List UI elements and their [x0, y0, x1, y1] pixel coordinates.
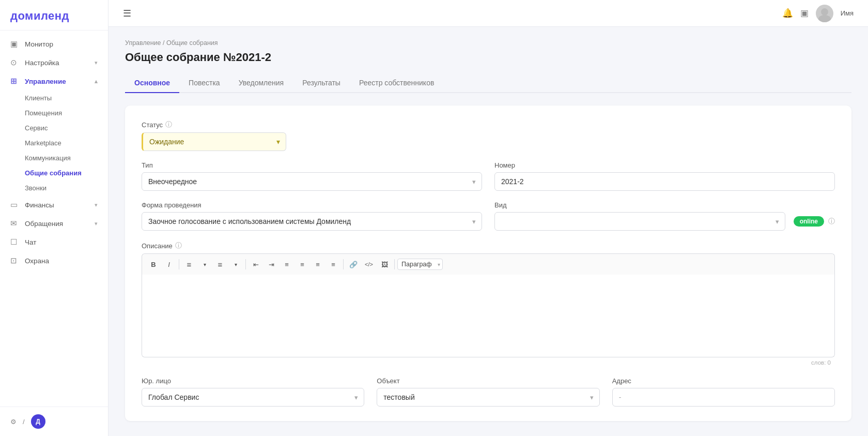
svg-point-0: [821, 8, 828, 16]
sidebar: домиленд ▣ Монитор ⊙ Настройка ▾ ⊞ Управ…: [0, 0, 109, 436]
sidebar-item-monitor[interactable]: ▣ Монитор: [0, 35, 108, 53]
sidebar-item-rooms[interactable]: Помещения: [0, 106, 108, 121]
chevron-down-icon: ▾: [95, 202, 98, 208]
sidebar-item-label: Обращения: [25, 220, 63, 228]
topbar-username: Имя: [841, 9, 854, 17]
unordered-list-dropdown[interactable]: ▾: [228, 257, 243, 272]
sidebar-item-settings[interactable]: ⊙ Настройка ▾: [0, 53, 108, 72]
description-info-icon[interactable]: ⓘ: [175, 241, 182, 250]
breadcrumb-current: Общие собрания: [166, 39, 218, 47]
align-center-button[interactable]: ≡: [295, 257, 309, 272]
format-field: Форма проведения Заочное голосование с и…: [142, 201, 482, 231]
align-right-button[interactable]: ≡: [311, 257, 325, 272]
form-card: Статус ⓘ Ожидание Активно Завершено Тип: [125, 106, 851, 421]
topbar-right: 🔔 ▣ Имя: [782, 5, 854, 22]
object-select-wrapper: тестовый: [377, 388, 599, 407]
object-select[interactable]: тестовый: [377, 388, 599, 407]
kind-field-row: Вид 1 Вид 2 online ⓘ: [494, 212, 835, 231]
type-select-wrapper: Внеочередное Очередное Другое: [142, 172, 482, 191]
toolbar-separator-4: [394, 259, 395, 269]
address-value: -: [612, 388, 835, 407]
bold-button[interactable]: B: [146, 257, 161, 272]
status-info-icon[interactable]: ⓘ: [165, 120, 172, 129]
settings-icon: ⊙: [10, 58, 20, 67]
sidebar-item-appeals[interactable]: ✉ Обращения ▾: [0, 214, 108, 233]
app-logo: домиленд: [0, 0, 108, 31]
topbar-avatar[interactable]: [816, 5, 833, 22]
kind-info-icon[interactable]: ⓘ: [828, 217, 835, 226]
sidebar-item-chat[interactable]: ☐ Чат: [0, 233, 108, 251]
indent-left-button[interactable]: ⇤: [249, 257, 263, 272]
svg-point-1: [818, 15, 831, 22]
message-icon[interactable]: ▣: [800, 8, 809, 19]
kind-select[interactable]: Вид 1 Вид 2: [494, 212, 785, 231]
breadcrumb-parent[interactable]: Управление: [125, 39, 161, 47]
sidebar-item-management[interactable]: ⊞ Управление ▴: [0, 72, 108, 91]
legal-entity-select-wrapper: Глобал Сервис: [142, 388, 364, 407]
description-field: Описание ⓘ B I ≡ ▾ ≡ ▾ ⇤ ⇥ ≡ ≡ ≡: [142, 241, 835, 367]
legal-entity-select[interactable]: Глобал Сервис: [142, 388, 364, 407]
unordered-list-button[interactable]: ≡: [213, 257, 227, 272]
chevron-up-icon: ▴: [95, 78, 98, 85]
tab-results[interactable]: Результаты: [293, 73, 350, 93]
editor-body[interactable]: [142, 275, 835, 357]
tab-notifications[interactable]: Уведомления: [229, 73, 293, 93]
editor-toolbar: B I ≡ ▾ ≡ ▾ ⇤ ⇥ ≡ ≡ ≡ ≡ 🔗 </>: [142, 253, 835, 275]
tab-agenda[interactable]: Повестка: [179, 73, 229, 93]
format-select[interactable]: Заочное голосование с использованием сис…: [142, 212, 482, 231]
tab-registry[interactable]: Реестр собственников: [350, 73, 443, 93]
sidebar-item-label: Управление: [25, 78, 66, 85]
sidebar-item-security[interactable]: ⊡ Охрана: [0, 251, 108, 270]
link-button[interactable]: 🔗: [346, 257, 361, 272]
tabs: Основное Повестка Уведомления Результаты…: [125, 73, 851, 93]
justify-button[interactable]: ≡: [326, 257, 340, 272]
sidebar-item-marketplace[interactable]: Marketplace: [0, 136, 108, 151]
sidebar-nav: ▣ Монитор ⊙ Настройка ▾ ⊞ Управление ▴ К…: [0, 31, 108, 407]
format-select-wrapper: Заочное голосование с использованием сис…: [142, 212, 482, 231]
sidebar-item-communication[interactable]: Коммуникация: [0, 151, 108, 166]
notification-icon[interactable]: 🔔: [782, 8, 793, 19]
sidebar-item-clients[interactable]: Клиенты: [0, 91, 108, 106]
legal-entity-label: Юр. лицо: [142, 377, 364, 385]
management-icon: ⊞: [10, 77, 20, 86]
toolbar-separator-2: [245, 259, 246, 269]
breadcrumb-separator: /: [163, 39, 166, 47]
tab-main[interactable]: Основное: [125, 73, 179, 93]
sidebar-item-label: Финансы: [25, 201, 54, 209]
sidebar-item-label: Монитор: [25, 40, 53, 48]
status-select[interactable]: Ожидание Активно Завершено: [142, 132, 286, 151]
object-field: Объект тестовый: [377, 377, 599, 407]
chevron-down-icon: ▾: [95, 59, 98, 66]
sidebar-item-finance[interactable]: ▭ Финансы ▾: [0, 196, 108, 214]
content-area: Управление / Общие собрания Общее собран…: [109, 27, 868, 436]
security-icon: ⊡: [10, 256, 20, 265]
paragraph-select-wrapper: Параграф: [397, 259, 443, 270]
italic-button[interactable]: I: [162, 257, 176, 272]
indent-right-button[interactable]: ⇥: [264, 257, 278, 272]
sidebar-item-service[interactable]: Сервис: [0, 121, 108, 136]
code-button[interactable]: </>: [362, 257, 376, 272]
online-badge: online: [794, 216, 824, 227]
gear-icon[interactable]: ⚙: [10, 418, 17, 426]
ordered-list-button[interactable]: ≡: [182, 257, 196, 272]
kind-label: Вид: [494, 201, 835, 209]
address-label: Адрес: [612, 377, 835, 385]
align-left-button[interactable]: ≡: [280, 257, 294, 272]
slash-icon: /: [23, 418, 25, 426]
page-title: Общее собрание №2021-2: [125, 51, 851, 64]
sidebar-item-calls[interactable]: Звонки: [0, 181, 108, 196]
paragraph-select[interactable]: Параграф: [397, 259, 443, 270]
image-button[interactable]: 🖼: [377, 257, 392, 272]
sidebar-item-general-meetings[interactable]: Общие собрания: [0, 166, 108, 181]
chat-icon: ☐: [10, 237, 20, 247]
menu-icon[interactable]: ☰: [123, 8, 131, 19]
type-field: Тип Внеочередное Очередное Другое: [142, 161, 482, 191]
number-field: Номер: [494, 161, 835, 191]
breadcrumb: Управление / Общие собрания: [125, 39, 851, 47]
type-select[interactable]: Внеочередное Очередное Другое: [142, 172, 482, 191]
sidebar-item-label: Чат: [25, 238, 36, 246]
toolbar-separator-1: [179, 259, 179, 269]
number-input[interactable]: [494, 172, 835, 191]
toolbar-separator-3: [343, 259, 344, 269]
ordered-list-dropdown[interactable]: ▾: [197, 257, 212, 272]
